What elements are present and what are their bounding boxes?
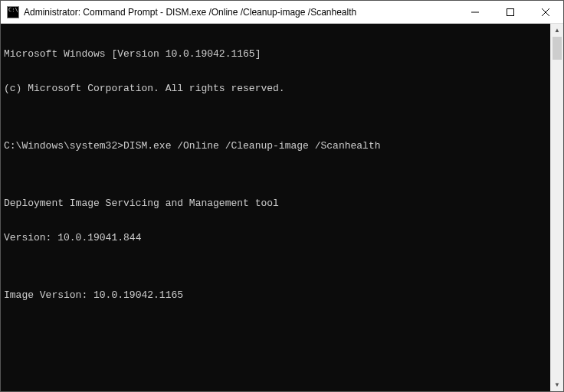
output-line: Deployment Image Servicing and Managemen… bbox=[4, 198, 547, 209]
minimize-button[interactable] bbox=[457, 1, 493, 23]
prompt-line: C:\Windows\system32>DISM.exe /Online /Cl… bbox=[4, 140, 547, 152]
output-line: Microsoft Windows [Version 10.0.19042.11… bbox=[4, 48, 547, 60]
window-title: Administrator: Command Prompt - DISM.exe… bbox=[24, 7, 457, 18]
close-button[interactable] bbox=[528, 1, 563, 23]
maximize-button[interactable] bbox=[493, 1, 528, 23]
close-icon bbox=[542, 8, 549, 16]
output-line: Version: 10.0.19041.844 bbox=[4, 232, 547, 243]
window-controls bbox=[457, 1, 563, 23]
scroll-thumb[interactable] bbox=[553, 37, 562, 60]
scroll-up-arrow-icon[interactable]: ▲ bbox=[551, 24, 563, 37]
cmd-icon: C:\. bbox=[7, 6, 19, 18]
terminal-output[interactable]: Microsoft Windows [Version 10.0.19042.11… bbox=[1, 24, 550, 391]
output-line: Image Version: 10.0.19042.1165 bbox=[4, 289, 547, 301]
minimize-icon bbox=[471, 8, 479, 16]
command-text: DISM.exe /Online /Cleanup-image /Scanhea… bbox=[123, 140, 380, 152]
maximize-icon bbox=[507, 8, 514, 16]
terminal-container: Microsoft Windows [Version 10.0.19042.11… bbox=[1, 24, 563, 391]
output-line: (c) Microsoft Corporation. All rights re… bbox=[4, 83, 547, 94]
svg-rect-1 bbox=[507, 8, 514, 15]
vertical-scrollbar[interactable]: ▲ ▼ bbox=[550, 24, 563, 391]
titlebar[interactable]: C:\. Administrator: Command Prompt - DIS… bbox=[1, 1, 563, 24]
prompt: C:\Windows\system32> bbox=[4, 140, 123, 152]
scroll-down-arrow-icon[interactable]: ▼ bbox=[551, 378, 563, 391]
